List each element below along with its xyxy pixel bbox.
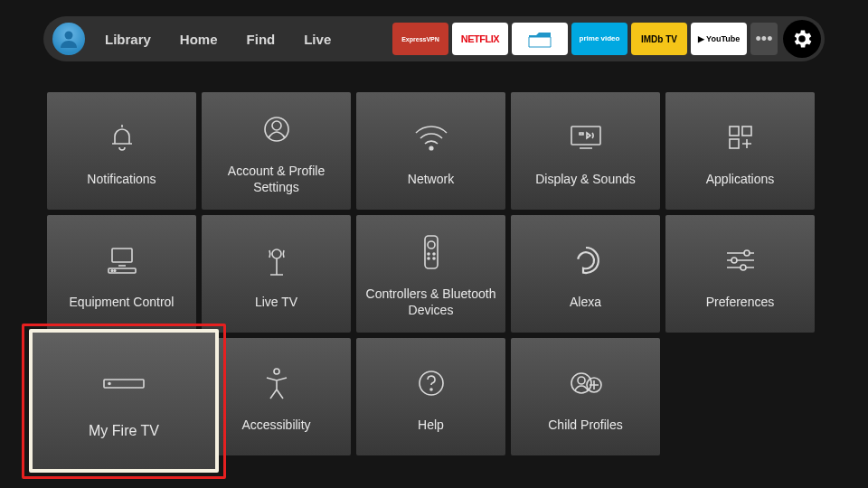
tile-label: Equipment Control xyxy=(70,294,175,310)
tile-label: Applications xyxy=(706,171,775,187)
gear-icon xyxy=(790,27,814,51)
app-shortcuts: ExpressVPN NETFLIX prime video IMDb TV ▶… xyxy=(392,20,821,58)
nav-menu: Library Home Find Live xyxy=(105,32,331,47)
svg-point-15 xyxy=(428,253,429,255)
tile-help[interactable]: Help xyxy=(356,338,505,455)
svg-point-12 xyxy=(272,249,281,258)
svg-point-11 xyxy=(114,270,116,272)
svg-rect-4 xyxy=(571,127,600,145)
svg-rect-7 xyxy=(730,139,739,148)
svg-point-17 xyxy=(428,258,429,259)
svg-rect-5 xyxy=(730,127,739,136)
svg-point-24 xyxy=(430,389,432,390)
help-icon xyxy=(415,361,448,406)
app-netflix[interactable]: NETFLIX xyxy=(452,23,508,55)
tile-preferences[interactable]: Preferences xyxy=(665,215,815,333)
sliders-icon xyxy=(722,238,760,283)
accessibility-icon xyxy=(260,361,293,406)
tile-label: Help xyxy=(418,417,444,433)
svg-point-21 xyxy=(741,265,746,270)
tile-label: Controllers & Bluetooth Devices xyxy=(365,286,496,318)
svg-point-18 xyxy=(433,258,435,259)
app-es-file-explorer[interactable] xyxy=(512,23,568,55)
tile-label: Alexa xyxy=(570,294,601,310)
svg-point-29 xyxy=(108,383,110,385)
display-icon xyxy=(567,115,605,160)
equipment-icon xyxy=(103,238,141,283)
svg-rect-6 xyxy=(742,127,751,136)
app-imdb-tv[interactable]: IMDb TV xyxy=(631,23,687,55)
svg-point-26 xyxy=(578,377,585,384)
profile-avatar[interactable] xyxy=(52,23,85,55)
child-profiles-icon xyxy=(567,361,605,406)
svg-point-16 xyxy=(433,253,435,255)
svg-point-3 xyxy=(429,146,433,150)
tile-label: Preferences xyxy=(706,294,774,310)
svg-point-10 xyxy=(111,270,113,272)
tile-accessibility[interactable]: Accessibility xyxy=(202,338,351,455)
svg-point-2 xyxy=(272,121,281,130)
nav-live[interactable]: Live xyxy=(304,32,331,47)
app-prime-video[interactable]: prime video xyxy=(571,23,627,55)
tile-label: Child Profiles xyxy=(548,417,622,433)
nav-find[interactable]: Find xyxy=(247,32,276,47)
fire-tv-device-icon xyxy=(101,361,146,406)
tile-account-profile[interactable]: Account & Profile Settings xyxy=(202,92,351,210)
svg-point-14 xyxy=(428,241,435,249)
bell-icon xyxy=(105,115,139,160)
tile-controllers-bluetooth[interactable]: Controllers & Bluetooth Devices xyxy=(356,215,505,333)
nav-library[interactable]: Library xyxy=(105,32,151,47)
app-expressvpn[interactable]: ExpressVPN xyxy=(392,23,448,55)
tile-label: My Fire TV xyxy=(89,422,159,441)
remote-icon xyxy=(420,230,442,275)
tile-label: Display & Sounds xyxy=(535,171,636,187)
user-icon xyxy=(259,107,294,152)
tile-applications[interactable]: Applications xyxy=(665,92,815,210)
svg-point-19 xyxy=(744,250,750,256)
more-apps-button[interactable]: ••• xyxy=(750,23,778,55)
wifi-icon xyxy=(412,115,450,160)
nav-home[interactable]: Home xyxy=(180,32,218,47)
tile-label: Account & Profile Settings xyxy=(211,163,342,195)
svg-point-20 xyxy=(731,258,737,263)
tile-alexa[interactable]: Alexa xyxy=(511,215,660,333)
top-nav-bar: Library Home Find Live ExpressVPN NETFLI… xyxy=(43,16,825,61)
settings-button[interactable] xyxy=(783,20,821,58)
tile-notifications[interactable]: Notifications xyxy=(47,92,196,210)
antenna-icon xyxy=(259,238,294,283)
tile-live-tv[interactable]: Live TV xyxy=(202,215,351,333)
tile-child-profiles[interactable]: Child Profiles xyxy=(511,338,660,455)
app-youtube[interactable]: ▶ YouTube xyxy=(691,23,747,55)
svg-point-22 xyxy=(274,369,279,374)
tile-my-fire-tv[interactable]: My Fire TV xyxy=(29,329,219,473)
tile-network[interactable]: Network xyxy=(356,92,505,210)
tile-label: Accessibility xyxy=(241,417,310,433)
tile-equipment-control[interactable]: Equipment Control xyxy=(47,215,196,333)
tile-display-sounds[interactable]: Display & Sounds xyxy=(511,92,660,210)
tile-label: Notifications xyxy=(87,171,156,187)
tile-label: Network xyxy=(408,171,454,187)
tile-label: Live TV xyxy=(255,294,297,310)
svg-rect-8 xyxy=(112,249,132,262)
svg-point-0 xyxy=(65,32,73,40)
alexa-icon xyxy=(569,238,603,283)
apps-icon xyxy=(723,115,758,160)
